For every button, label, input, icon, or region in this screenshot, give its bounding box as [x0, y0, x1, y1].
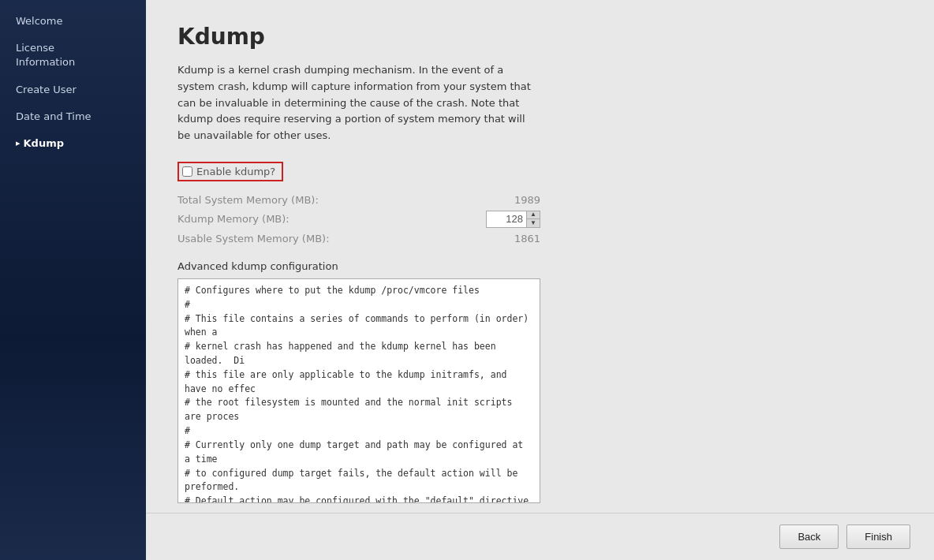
- enable-kdump-label[interactable]: Enable kdump?: [196, 166, 275, 177]
- sidebar-item-label: Kdump: [24, 136, 65, 151]
- usable-memory-label: Usable System Memory (MB):: [177, 233, 493, 245]
- sidebar-item-license-information[interactable]: License Information: [0, 35, 146, 76]
- total-memory-row: Total System Memory (MB): 1989: [177, 194, 540, 206]
- footer: Back Finish: [146, 513, 934, 560]
- kdump-memory-row: Kdump Memory (MB): ▲ ▼: [177, 211, 540, 228]
- kdump-memory-increment[interactable]: ▲: [527, 211, 540, 219]
- sidebar-item-label: License Information: [16, 41, 75, 69]
- total-memory-value: 1989: [493, 194, 540, 206]
- config-textarea[interactable]: [178, 279, 540, 502]
- page-title: Kdump: [177, 24, 902, 50]
- kdump-memory-label: Kdump Memory (MB):: [177, 213, 486, 225]
- content-area: Kdump Kdump is a kernel crash dumping me…: [146, 0, 934, 513]
- sidebar-item-create-user[interactable]: Create User: [0, 77, 146, 103]
- kdump-memory-spinner: ▲ ▼: [526, 211, 540, 227]
- sidebar-item-label: Welcome: [16, 14, 62, 28]
- sidebar-item-welcome[interactable]: Welcome: [0, 8, 146, 35]
- config-textarea-wrapper: [177, 278, 540, 503]
- sidebar: WelcomeLicense InformationCreate UserDat…: [0, 0, 146, 560]
- enable-kdump-checkbox[interactable]: [182, 166, 192, 177]
- page-description: Kdump is a kernel crash dumping mechanis…: [177, 62, 540, 144]
- main-content: Kdump Kdump is a kernel crash dumping me…: [146, 0, 934, 560]
- enable-kdump-box: Enable kdump?: [177, 162, 283, 181]
- usable-memory-row: Usable System Memory (MB): 1861: [177, 233, 540, 245]
- finish-button[interactable]: Finish: [846, 525, 910, 549]
- sidebar-item-kdump[interactable]: ▸ Kdump: [0, 130, 146, 157]
- enable-kdump-row: Enable kdump?: [177, 162, 902, 181]
- memory-table: Total System Memory (MB): 1989 Kdump Mem…: [177, 194, 540, 245]
- total-memory-label: Total System Memory (MB):: [177, 194, 493, 206]
- sidebar-item-date-and-time[interactable]: Date and Time: [0, 103, 146, 130]
- sidebar-item-label: Create User: [16, 83, 77, 97]
- usable-memory-value: 1861: [493, 233, 540, 245]
- sidebar-item-label: Date and Time: [16, 110, 92, 124]
- kdump-memory-input-group: ▲ ▼: [486, 211, 540, 228]
- kdump-memory-input[interactable]: [487, 211, 526, 226]
- advanced-config-title: Advanced kdump configuration: [177, 260, 902, 272]
- kdump-memory-decrement[interactable]: ▼: [527, 219, 540, 227]
- sidebar-arrow-icon: ▸: [16, 137, 21, 149]
- back-button[interactable]: Back: [779, 525, 839, 549]
